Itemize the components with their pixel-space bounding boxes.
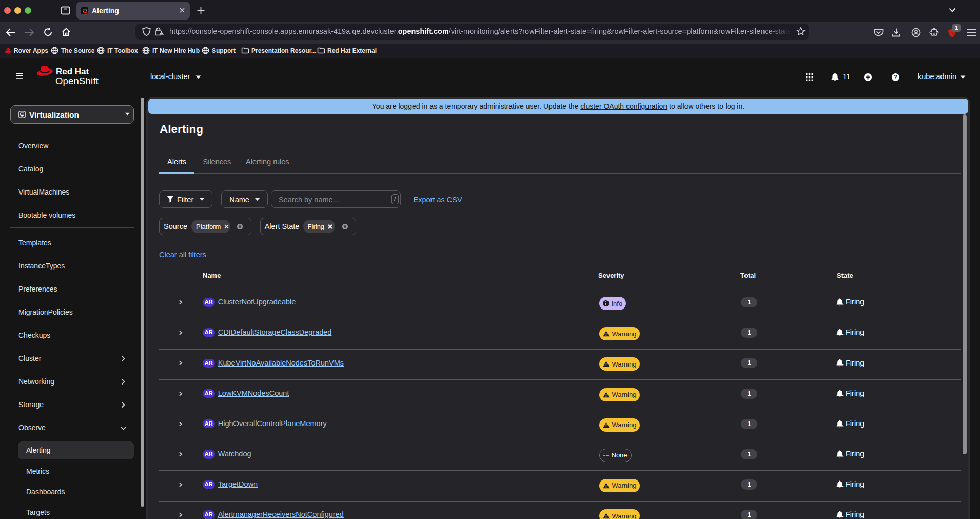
svg-text:?: ?	[894, 74, 897, 80]
